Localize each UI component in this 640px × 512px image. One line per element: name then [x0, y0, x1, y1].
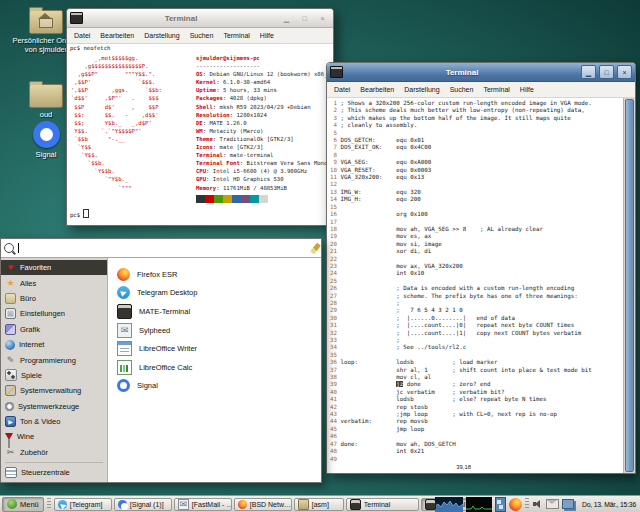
menu-category-item[interactable]: Ton & Video — [1, 414, 107, 429]
menubar: DateiBearbeitenDarstellungSuchenTerminal… — [67, 28, 333, 44]
menu-app-item[interactable]: LibreOffice Calc — [108, 358, 321, 377]
code-line: 14 IMG_H: equ 200 — [330, 196, 623, 203]
app-icon — [117, 379, 130, 392]
menu-category-item[interactable]: Internet — [1, 337, 107, 352]
taskbar-window-button[interactable]: [Telegram] — [54, 498, 112, 511]
code-line: 27 ; scheme. The prefix byte has one of … — [330, 293, 623, 300]
menu-category-item[interactable]: Systemwerkzeuge — [1, 399, 107, 414]
workspace-switcher[interactable] — [495, 497, 506, 512]
window-button-icon — [425, 499, 436, 510]
home-folder-icon — [29, 10, 63, 34]
category-icon — [5, 447, 16, 458]
menubar-item[interactable]: Terminal — [478, 86, 514, 93]
terminal-window-icon[interactable] — [70, 12, 83, 24]
menu-category-item[interactable]: Einstellungen — [1, 306, 107, 321]
panel-handle[interactable] — [525, 498, 529, 510]
firefox-tray-icon[interactable] — [509, 498, 522, 511]
menubar-item[interactable]: Suchen — [185, 32, 219, 39]
menu-app-item[interactable]: Telegram Desktop — [108, 284, 321, 303]
taskbar-window-button[interactable]: [Signal (1)] — [114, 498, 172, 511]
code-line: 33 ; — [330, 337, 623, 344]
menubar-item[interactable]: Datei — [329, 86, 355, 93]
menu-category-item[interactable]: Grafik — [1, 322, 107, 337]
window-button-icon — [58, 500, 67, 509]
menu-app-item[interactable]: MATE-Terminal — [108, 302, 321, 321]
volume-icon[interactable] — [532, 499, 543, 510]
code-line: 22 — [330, 256, 623, 263]
neofetch-info-row: CPU: Intel i5-6600 (4) @ 3.900GHz — [196, 167, 333, 175]
menu-app-list: Firefox ESR Telegram Desktop MATE-Termin… — [108, 258, 321, 482]
code-line: 8 — [330, 152, 623, 159]
code-line: 47 done: mov ah, DOS_GETCH — [330, 441, 623, 448]
menubar-item[interactable]: Bearbeiten — [95, 32, 139, 39]
neofetch-info-row: Kernel: 6.1.0-30-amd64 — [196, 78, 333, 86]
menu-category-item[interactable]: Wine — [1, 429, 107, 444]
menu-category-item[interactable]: Programmierung — [1, 352, 107, 367]
menubar-item[interactable]: Bearbeiten — [355, 86, 399, 93]
code-line: 16 org 0x100 — [330, 211, 623, 218]
category-icon — [5, 262, 16, 273]
menubar-item[interactable]: Suchen — [445, 86, 479, 93]
clear-search-icon[interactable] — [310, 242, 321, 254]
menu-category-item[interactable]: Zubehör — [1, 445, 107, 460]
menu-category-item[interactable]: Spiele — [1, 368, 107, 383]
menubar-item[interactable]: Hilfe — [515, 86, 539, 93]
neofetch-separator: ------------------- — [196, 62, 333, 70]
taskbar-window-button[interactable]: [FastMail - … — [174, 498, 232, 511]
menubar-item[interactable]: Datei — [69, 32, 95, 39]
minimize-button[interactable]: ▁ — [279, 11, 294, 25]
taskbar-window-button[interactable]: [BSD Netw… — [234, 498, 292, 511]
cpu-load-graph-applet[interactable] — [435, 497, 463, 512]
app-icon — [117, 323, 132, 338]
code-line: 35 — [330, 352, 623, 359]
code-line: 40 jc verbatim ; verbatim bit? — [330, 389, 623, 396]
close-button[interactable]: × — [617, 65, 632, 79]
category-icon — [5, 402, 14, 411]
menu-category-item[interactable]: Systemverwaltung — [1, 383, 107, 398]
neofetch-info-row: Memory: 11761MiB / 48853MiB — [196, 184, 333, 192]
network-tray-icon[interactable] — [562, 499, 574, 509]
menubar-item[interactable]: Terminal — [218, 32, 254, 39]
menu-app-item[interactable]: Signal — [108, 377, 321, 396]
menu-button[interactable]: Menü — [2, 497, 44, 512]
panel-handle[interactable] — [47, 498, 51, 510]
close-button[interactable]: × — [315, 11, 330, 25]
code-line: 11 VGA_320x200: equ 0x13 — [330, 174, 623, 181]
category-icon — [5, 340, 15, 350]
shell-prompt: pc$ — [70, 209, 89, 218]
minimize-button[interactable]: ▁ — [581, 65, 596, 79]
category-icon — [5, 385, 16, 396]
menu-app-item[interactable]: Firefox ESR — [108, 265, 321, 284]
menu-search[interactable] — [1, 239, 321, 258]
menu-category-item[interactable]: Alles — [1, 275, 107, 290]
clock[interactable]: Do, 13. Mär., 15:36 — [580, 501, 638, 508]
taskbar-window-button[interactable]: Terminal — [346, 498, 419, 511]
menu-categories: Favoriten Alles Büro Einstellung — [1, 258, 108, 482]
mate-logo-icon — [7, 499, 17, 509]
maximize-button[interactable]: □ — [297, 11, 312, 25]
terminal-window-icon[interactable] — [330, 66, 343, 78]
scrollbar-thumb[interactable] — [625, 99, 634, 472]
menu-app-item[interactable]: Sylpheed — [108, 321, 321, 340]
palette-swatch — [214, 195, 223, 203]
category-icon — [5, 369, 17, 381]
network-graph-applet[interactable] — [466, 497, 492, 512]
menu-category-item[interactable]: Büro — [1, 291, 107, 306]
maximize-button[interactable]: □ — [599, 65, 614, 79]
menubar-item[interactable]: Hilfe — [255, 32, 279, 39]
mail-tray-icon[interactable] — [546, 499, 559, 509]
menu-category-item[interactable]: Steuerzentrale — [1, 465, 107, 480]
menu-app-item[interactable]: LibreOffice Writer — [108, 339, 321, 358]
vi-editor[interactable]: 1 ; Shows a 320x200 256-color custom run… — [327, 98, 635, 473]
menubar-item[interactable]: Darstellung — [139, 32, 184, 39]
menu-category-item[interactable]: Favoriten — [1, 260, 107, 275]
titlebar[interactable]: Terminal ▁ □ × — [327, 63, 635, 82]
taskbar-window-button[interactable]: [asm] — [294, 498, 344, 511]
scrollbar[interactable] — [623, 98, 635, 473]
neofetch-info-row: OS: Debian GNU/Linux 12 (bookworm) x86_6… — [196, 70, 333, 78]
palette-swatch — [232, 195, 241, 203]
titlebar[interactable]: Terminal ▁ □ × — [67, 9, 333, 28]
menubar-item[interactable]: Darstellung — [399, 86, 444, 93]
terminal-output[interactable]: pc$ neofetch _,met$$$$$gg. ,g$$$$$$$$$$$… — [67, 44, 333, 225]
menubar: DateiBearbeitenDarstellungSuchenTerminal… — [327, 82, 635, 98]
